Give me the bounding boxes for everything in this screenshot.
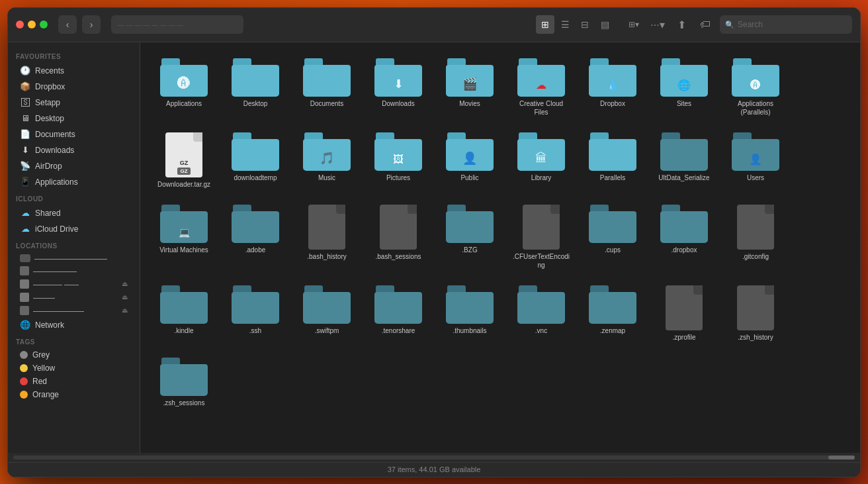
eject-icon[interactable]: ⏏	[122, 280, 128, 287]
tag-orange[interactable]: Orange	[12, 388, 136, 401]
yellow-label: Yellow	[32, 363, 55, 373]
folder-dropbox-hidden-icon	[660, 205, 708, 243]
tag-yellow[interactable]: Yellow	[12, 362, 136, 375]
file-label-tenorshare: .tenorshare	[382, 326, 415, 335]
sidebar-item-recents[interactable]: 🕐 Recents	[12, 63, 136, 79]
status-bar: 37 items, 44.01 GB available	[8, 462, 860, 477]
search-icon: 🔍	[725, 21, 734, 29]
airdrop-icon: 📡	[20, 161, 30, 171]
sidebar-item-documents[interactable]: 📄 Documents	[12, 126, 136, 142]
downloads-label: Downloads	[35, 146, 74, 155]
file-label-swiftpm: .swiftpm	[315, 326, 339, 335]
list-view-button[interactable]: ☰	[556, 15, 574, 34]
file-item-library[interactable]: 🏛 Library	[508, 127, 574, 194]
sidebar-item-downloads[interactable]: ⬇ Downloads	[12, 142, 136, 158]
file-item-ultdata[interactable]: UltData_Serialize	[651, 127, 717, 194]
file-item-cfusertext[interactable]: .CFUserTextEncoding	[508, 199, 574, 275]
back-button[interactable]: ‹	[58, 15, 77, 34]
file-item-music[interactable]: 🎵 Music	[294, 127, 360, 194]
sidebar-item-icloud-drive[interactable]: ☁ iCloud Drive	[12, 221, 136, 237]
folder-virtual-machines-icon: 💻	[160, 205, 208, 243]
file-item-virtual-machines[interactable]: 💻 Virtual Machines	[151, 199, 217, 275]
sidebar-item-files1[interactable]: ———— —— ⏏	[12, 277, 136, 291]
sidebar-item-network[interactable]: 🌐 Network	[12, 317, 136, 333]
file-item-sites[interactable]: 🌐 Sites	[651, 53, 717, 122]
file-item-zenmap[interactable]: .zenmap	[580, 280, 646, 347]
sidebar-item-files3[interactable]: ——————— ⏏	[12, 304, 136, 317]
file-item-pictures[interactable]: 🖼 Pictures	[365, 127, 431, 194]
maximize-button[interactable]	[40, 21, 48, 28]
file-item-bzg[interactable]: .BZG	[437, 199, 503, 275]
file-item-applications-parallels[interactable]: 🅐 Applications (Parallels)	[722, 53, 789, 122]
file-label-zenmap: .zenmap	[600, 326, 625, 335]
more-button[interactable]: ···▾	[648, 15, 667, 34]
tag-button[interactable]: 🏷	[696, 15, 715, 34]
file-item-ssh[interactable]: .ssh	[222, 280, 288, 347]
locations-label: Locations	[8, 237, 140, 252]
close-button[interactable]	[16, 21, 24, 28]
file-label-creative-cloud: Creative Cloud Files	[511, 99, 571, 117]
file-item-downloader-gz[interactable]: GZ GZ Downloader.tar.gz	[151, 127, 217, 194]
share-button[interactable]: ⬆	[672, 15, 691, 34]
folder-library-icon: 🏛	[517, 132, 565, 171]
sidebar-item-applications[interactable]: 📱 Applications	[12, 174, 136, 190]
file-item-applications[interactable]: 🅐 Applications	[151, 53, 217, 122]
file-item-desktop[interactable]: Desktop	[222, 53, 288, 122]
sidebar-item-airdrop[interactable]: 📡 AirDrop	[12, 158, 136, 174]
file-item-documents[interactable]: Documents	[294, 53, 360, 122]
file-item-dropbox[interactable]: 💧 Dropbox	[580, 53, 646, 122]
red-dot	[20, 377, 28, 385]
sidebar-item-dropbox[interactable]: 📦 Dropbox	[12, 79, 136, 95]
tag-red[interactable]: Red	[12, 375, 136, 388]
folder-ultdata-icon	[660, 132, 708, 171]
folder-parallels-icon	[589, 132, 636, 171]
sidebar-item-files2[interactable]: ——— ⏏	[12, 291, 136, 304]
tag-grey[interactable]: Grey	[12, 348, 136, 362]
file-item-bash-history[interactable]: .bash_history	[294, 199, 360, 275]
file-item-swiftpm[interactable]: .swiftpm	[294, 280, 360, 347]
file-item-users[interactable]: 👤 Users	[722, 127, 789, 194]
file-item-dropbox-hidden[interactable]: .dropbox	[651, 199, 717, 275]
scrollbar-thumb[interactable]	[828, 456, 855, 460]
file-label-sites: Sites	[677, 99, 691, 108]
minimize-button[interactable]	[28, 21, 36, 28]
file-item-downloadtemp[interactable]: downloadtemp	[222, 127, 288, 194]
file-item-creative-cloud[interactable]: ☁ Creative Cloud Files	[508, 53, 574, 122]
file-item-parallels[interactable]: Parallels	[580, 127, 646, 194]
file-item-gitconfig[interactable]: .gitconfig	[722, 199, 789, 275]
options-button[interactable]: ⊞▾	[625, 15, 643, 34]
folder-zsh-sessions-icon	[160, 358, 208, 396]
forward-button[interactable]: ›	[82, 15, 101, 34]
grid-view-button[interactable]: ⊞	[536, 15, 554, 34]
folder-vnc-icon	[517, 285, 565, 324]
folder-cups-icon	[589, 205, 636, 243]
file-item-movies[interactable]: 🎬 Movies	[437, 53, 503, 122]
file-item-zsh-history[interactable]: .zsh_history	[722, 280, 789, 347]
file-item-vnc[interactable]: .vnc	[508, 280, 574, 347]
search-box[interactable]: 🔍 Search	[720, 15, 852, 34]
file-item-tenorshare[interactable]: .tenorshare	[365, 280, 431, 347]
horizontal-scrollbar[interactable]	[8, 453, 860, 462]
sidebar-item-desktop[interactable]: 🖥 Desktop	[12, 111, 136, 126]
columns-view-button[interactable]: ⊟	[576, 15, 594, 34]
time-machine-icon	[20, 306, 29, 315]
sidebar-item-disk1[interactable]: ——————	[12, 264, 136, 277]
eject3-icon[interactable]: ⏏	[122, 307, 128, 314]
cloud-files-icon	[20, 279, 29, 289]
file-item-kindle[interactable]: .kindle	[151, 280, 217, 347]
file-label-gitconfig: .gitconfig	[742, 252, 769, 261]
gallery-view-button[interactable]: ▤	[595, 15, 614, 34]
file-item-bash-sessions[interactable]: .bash_sessions	[365, 199, 431, 275]
file-item-downloads[interactable]: ⬇ Downloads	[365, 53, 431, 122]
file-item-cups[interactable]: .cups	[580, 199, 646, 275]
file-item-zprofile[interactable]: .zprofile	[651, 280, 717, 347]
sidebar-item-macbook[interactable]: ——————————	[12, 252, 136, 264]
file-item-zsh-sessions[interactable]: .zsh_sessions	[151, 352, 217, 412]
file-gz-icon: GZ GZ	[165, 132, 202, 177]
eject2-icon[interactable]: ⏏	[122, 293, 128, 301]
sidebar-item-setapp[interactable]: 🅂 Setapp	[12, 95, 136, 111]
file-item-thumbnails[interactable]: .thumbnails	[437, 280, 503, 347]
sidebar-item-shared[interactable]: ☁ Shared	[12, 205, 136, 221]
file-item-public[interactable]: 👤 Public	[437, 127, 503, 194]
file-item-adobe[interactable]: .adobe	[222, 199, 288, 275]
